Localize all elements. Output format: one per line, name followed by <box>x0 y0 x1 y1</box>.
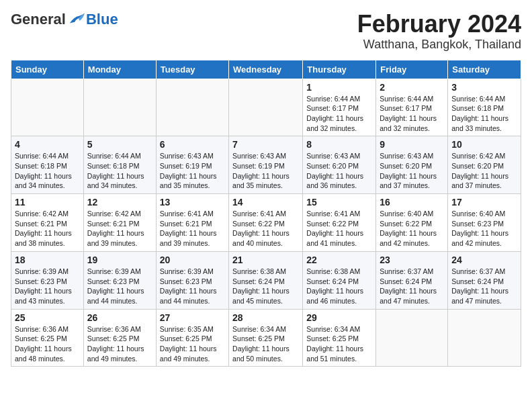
day-info: Sunrise: 6:35 AMSunset: 6:25 PMDaylight:… <box>160 324 225 364</box>
location-title: Watthana, Bangkok, Thailand <box>357 38 521 52</box>
day-number: 16 <box>380 197 444 208</box>
calendar-cell: 6Sunrise: 6:43 AMSunset: 6:19 PMDaylight… <box>156 136 228 194</box>
calendar-cell <box>11 79 84 136</box>
day-number: 4 <box>15 139 80 150</box>
day-info: Sunrise: 6:42 AMSunset: 6:21 PMDaylight:… <box>15 209 80 248</box>
logo-general-text: General <box>11 11 66 28</box>
calendar-cell: 21Sunrise: 6:38 AMSunset: 6:24 PMDayligh… <box>229 251 303 309</box>
day-info: Sunrise: 6:43 AMSunset: 6:19 PMDaylight:… <box>232 151 299 191</box>
day-header-saturday: Saturday <box>448 60 521 79</box>
day-number: 14 <box>232 197 299 208</box>
calendar-cell <box>376 309 448 367</box>
calendar-cell: 25Sunrise: 6:36 AMSunset: 6:25 PMDayligh… <box>11 309 84 367</box>
day-info: Sunrise: 6:36 AMSunset: 6:25 PMDaylight:… <box>15 324 80 364</box>
day-info: Sunrise: 6:38 AMSunset: 6:24 PMDaylight:… <box>232 267 299 306</box>
day-number: 26 <box>87 312 152 323</box>
calendar-cell: 5Sunrise: 6:44 AMSunset: 6:18 PMDaylight… <box>83 136 156 194</box>
day-number: 21 <box>232 255 299 265</box>
day-info: Sunrise: 6:34 AMSunset: 6:25 PMDaylight:… <box>306 324 372 364</box>
calendar-header-row: SundayMondayTuesdayWednesdayThursdayFrid… <box>11 60 521 79</box>
logo-bird-icon <box>67 12 86 27</box>
day-number: 20 <box>160 255 225 265</box>
calendar-cell <box>156 79 228 136</box>
day-number: 10 <box>451 139 517 150</box>
calendar-cell: 15Sunrise: 6:41 AMSunset: 6:22 PMDayligh… <box>303 194 376 252</box>
day-info: Sunrise: 6:38 AMSunset: 6:24 PMDaylight:… <box>306 267 372 306</box>
calendar-cell: 24Sunrise: 6:37 AMSunset: 6:24 PMDayligh… <box>448 251 521 309</box>
day-number: 25 <box>15 312 80 323</box>
day-header-monday: Monday <box>83 60 156 79</box>
day-number: 23 <box>380 255 444 265</box>
calendar-cell: 8Sunrise: 6:43 AMSunset: 6:20 PMDaylight… <box>303 136 376 194</box>
calendar-cell: 11Sunrise: 6:42 AMSunset: 6:21 PMDayligh… <box>11 194 84 252</box>
calendar-cell: 28Sunrise: 6:34 AMSunset: 6:25 PMDayligh… <box>229 309 303 367</box>
day-info: Sunrise: 6:43 AMSunset: 6:19 PMDaylight:… <box>160 151 225 191</box>
calendar-week-row: 1Sunrise: 6:44 AMSunset: 6:17 PMDaylight… <box>11 79 521 136</box>
day-header-wednesday: Wednesday <box>229 60 303 79</box>
calendar-cell <box>229 79 303 136</box>
day-header-sunday: Sunday <box>11 60 84 79</box>
day-number: 1 <box>306 82 372 93</box>
day-number: 12 <box>87 197 152 208</box>
calendar-cell: 10Sunrise: 6:42 AMSunset: 6:20 PMDayligh… <box>448 136 521 194</box>
day-number: 29 <box>306 312 372 323</box>
day-info: Sunrise: 6:44 AMSunset: 6:18 PMDaylight:… <box>87 151 152 191</box>
calendar-cell: 26Sunrise: 6:36 AMSunset: 6:25 PMDayligh… <box>83 309 156 367</box>
day-info: Sunrise: 6:37 AMSunset: 6:24 PMDaylight:… <box>451 267 517 306</box>
day-header-tuesday: Tuesday <box>156 60 228 79</box>
calendar-cell: 12Sunrise: 6:42 AMSunset: 6:21 PMDayligh… <box>83 194 156 252</box>
day-info: Sunrise: 6:44 AMSunset: 6:17 PMDaylight:… <box>380 94 444 134</box>
calendar-week-row: 25Sunrise: 6:36 AMSunset: 6:25 PMDayligh… <box>11 309 521 367</box>
day-number: 24 <box>451 255 517 265</box>
calendar-cell: 18Sunrise: 6:39 AMSunset: 6:23 PMDayligh… <box>11 251 84 309</box>
day-number: 2 <box>380 82 444 93</box>
day-info: Sunrise: 6:41 AMSunset: 6:22 PMDaylight:… <box>306 209 372 248</box>
calendar-cell: 14Sunrise: 6:41 AMSunset: 6:22 PMDayligh… <box>229 194 303 252</box>
calendar-cell: 2Sunrise: 6:44 AMSunset: 6:17 PMDaylight… <box>376 79 448 136</box>
title-block: February 2024 Watthana, Bangkok, Thailan… <box>357 11 521 52</box>
day-number: 5 <box>87 139 152 150</box>
day-number: 3 <box>451 82 517 93</box>
day-info: Sunrise: 6:44 AMSunset: 6:18 PMDaylight:… <box>451 94 517 134</box>
page-header: General Blue February 2024 Watthana, Ban… <box>11 11 521 52</box>
calendar-cell: 16Sunrise: 6:40 AMSunset: 6:22 PMDayligh… <box>376 194 448 252</box>
day-number: 17 <box>451 197 517 208</box>
calendar-cell: 29Sunrise: 6:34 AMSunset: 6:25 PMDayligh… <box>303 309 376 367</box>
day-info: Sunrise: 6:44 AMSunset: 6:17 PMDaylight:… <box>306 94 372 134</box>
day-info: Sunrise: 6:36 AMSunset: 6:25 PMDaylight:… <box>87 324 152 364</box>
calendar-cell: 22Sunrise: 6:38 AMSunset: 6:24 PMDayligh… <box>303 251 376 309</box>
day-number: 11 <box>15 197 80 208</box>
day-info: Sunrise: 6:39 AMSunset: 6:23 PMDaylight:… <box>87 267 152 306</box>
calendar-cell: 7Sunrise: 6:43 AMSunset: 6:19 PMDaylight… <box>229 136 303 194</box>
day-number: 8 <box>306 139 372 150</box>
day-info: Sunrise: 6:39 AMSunset: 6:23 PMDaylight:… <box>15 267 80 306</box>
day-number: 22 <box>306 255 372 265</box>
day-info: Sunrise: 6:41 AMSunset: 6:22 PMDaylight:… <box>232 209 299 248</box>
calendar-week-row: 11Sunrise: 6:42 AMSunset: 6:21 PMDayligh… <box>11 194 521 252</box>
day-info: Sunrise: 6:42 AMSunset: 6:20 PMDaylight:… <box>451 151 517 191</box>
day-info: Sunrise: 6:43 AMSunset: 6:20 PMDaylight:… <box>306 151 372 191</box>
calendar-cell <box>448 309 521 367</box>
day-info: Sunrise: 6:43 AMSunset: 6:20 PMDaylight:… <box>380 151 444 191</box>
day-number: 13 <box>160 197 225 208</box>
day-info: Sunrise: 6:40 AMSunset: 6:23 PMDaylight:… <box>451 209 517 248</box>
day-number: 6 <box>160 139 225 150</box>
calendar-cell <box>83 79 156 136</box>
day-info: Sunrise: 6:34 AMSunset: 6:25 PMDaylight:… <box>232 324 299 364</box>
calendar-cell: 19Sunrise: 6:39 AMSunset: 6:23 PMDayligh… <box>83 251 156 309</box>
day-info: Sunrise: 6:39 AMSunset: 6:23 PMDaylight:… <box>160 267 225 306</box>
calendar-cell: 27Sunrise: 6:35 AMSunset: 6:25 PMDayligh… <box>156 309 228 367</box>
day-number: 28 <box>232 312 299 323</box>
calendar-cell: 1Sunrise: 6:44 AMSunset: 6:17 PMDaylight… <box>303 79 376 136</box>
day-info: Sunrise: 6:44 AMSunset: 6:18 PMDaylight:… <box>15 151 80 191</box>
day-number: 19 <box>87 255 152 265</box>
calendar-table: SundayMondayTuesdayWednesdayThursdayFrid… <box>11 60 521 367</box>
day-info: Sunrise: 6:41 AMSunset: 6:21 PMDaylight:… <box>160 209 225 248</box>
day-info: Sunrise: 6:40 AMSunset: 6:22 PMDaylight:… <box>380 209 444 248</box>
logo-blue-text: Blue <box>86 11 118 28</box>
month-title: February 2024 <box>357 11 521 38</box>
calendar-cell: 20Sunrise: 6:39 AMSunset: 6:23 PMDayligh… <box>156 251 228 309</box>
calendar-cell: 17Sunrise: 6:40 AMSunset: 6:23 PMDayligh… <box>448 194 521 252</box>
calendar-cell: 9Sunrise: 6:43 AMSunset: 6:20 PMDaylight… <box>376 136 448 194</box>
calendar-cell: 23Sunrise: 6:37 AMSunset: 6:24 PMDayligh… <box>376 251 448 309</box>
